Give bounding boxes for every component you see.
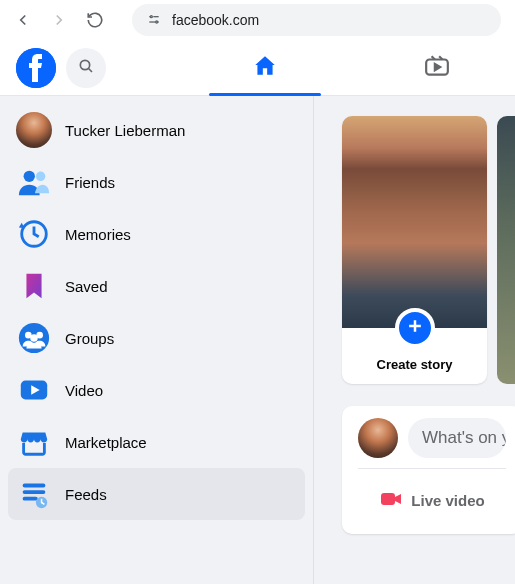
svg-point-18 <box>30 334 38 342</box>
create-story-button[interactable] <box>395 308 435 348</box>
story-photo <box>342 116 487 328</box>
stories-row: Create story <box>342 116 515 384</box>
search-button[interactable] <box>66 48 106 88</box>
site-controls-icon[interactable] <box>146 12 162 28</box>
create-story-card[interactable]: Create story <box>342 116 487 384</box>
avatar <box>16 112 52 148</box>
friends-icon <box>16 164 52 200</box>
sidebar-item-label: Friends <box>65 174 115 191</box>
forward-button[interactable] <box>50 11 68 29</box>
memories-icon <box>16 216 52 252</box>
sidebar-item-label: Video <box>65 382 103 399</box>
story-card-peek[interactable] <box>497 116 515 384</box>
svg-line-8 <box>89 68 92 71</box>
composer-placeholder: What's on y <box>422 428 506 448</box>
sidebar-item-label: Feeds <box>65 486 107 503</box>
sidebar-item-label: Memories <box>65 226 131 243</box>
feed-area: Create story What's on y Live video <box>314 96 515 584</box>
svg-point-13 <box>36 172 45 181</box>
svg-rect-21 <box>23 490 46 494</box>
facebook-top-bar <box>0 40 515 96</box>
sidebar-item-label: Marketplace <box>65 434 147 451</box>
plus-icon <box>405 316 425 340</box>
live-video-label: Live video <box>411 492 484 509</box>
reload-button[interactable] <box>86 11 104 29</box>
divider <box>358 468 506 469</box>
saved-icon <box>16 268 52 304</box>
sidebar-item-memories[interactable]: Memories <box>8 208 305 260</box>
svg-point-3 <box>156 21 158 23</box>
url-text: facebook.com <box>172 12 259 28</box>
top-navigation <box>186 40 515 95</box>
sidebar-item-video[interactable]: Video <box>8 364 305 416</box>
svg-point-7 <box>80 60 89 69</box>
marketplace-icon <box>16 424 52 460</box>
svg-rect-26 <box>381 493 395 505</box>
video-icon <box>16 372 52 408</box>
search-icon <box>78 58 94 78</box>
sidebar-item-label: Groups <box>65 330 114 347</box>
avatar[interactable] <box>358 418 398 458</box>
composer-input[interactable]: What's on y <box>408 418 506 458</box>
sidebar-item-profile[interactable]: Tucker Lieberman <box>8 104 305 156</box>
live-video-button[interactable]: Live video <box>358 479 506 522</box>
back-button[interactable] <box>14 11 32 29</box>
main-content: Tucker Lieberman Friends Memories Saved … <box>0 96 515 584</box>
address-bar[interactable]: facebook.com <box>132 4 501 36</box>
groups-icon <box>16 320 52 356</box>
video-tab-icon <box>424 53 450 83</box>
facebook-logo[interactable] <box>16 48 56 88</box>
svg-point-12 <box>24 171 35 182</box>
svg-point-0 <box>150 16 152 18</box>
home-icon <box>252 53 278 83</box>
left-sidebar: Tucker Lieberman Friends Memories Saved … <box>0 96 314 584</box>
sidebar-item-marketplace[interactable]: Marketplace <box>8 416 305 468</box>
sidebar-item-label: Saved <box>65 278 108 295</box>
sidebar-item-label: Tucker Lieberman <box>65 122 185 139</box>
svg-rect-20 <box>23 484 46 488</box>
feeds-icon <box>16 476 52 512</box>
post-composer: What's on y Live video <box>342 406 515 534</box>
svg-rect-22 <box>23 497 38 501</box>
sidebar-item-feeds[interactable]: Feeds <box>8 468 305 520</box>
live-video-icon <box>379 487 403 514</box>
tab-video[interactable] <box>381 40 493 95</box>
sidebar-item-friends[interactable]: Friends <box>8 156 305 208</box>
browser-toolbar: facebook.com <box>0 0 515 40</box>
tab-home[interactable] <box>209 40 321 95</box>
sidebar-item-saved[interactable]: Saved <box>8 260 305 312</box>
sidebar-item-groups[interactable]: Groups <box>8 312 305 364</box>
